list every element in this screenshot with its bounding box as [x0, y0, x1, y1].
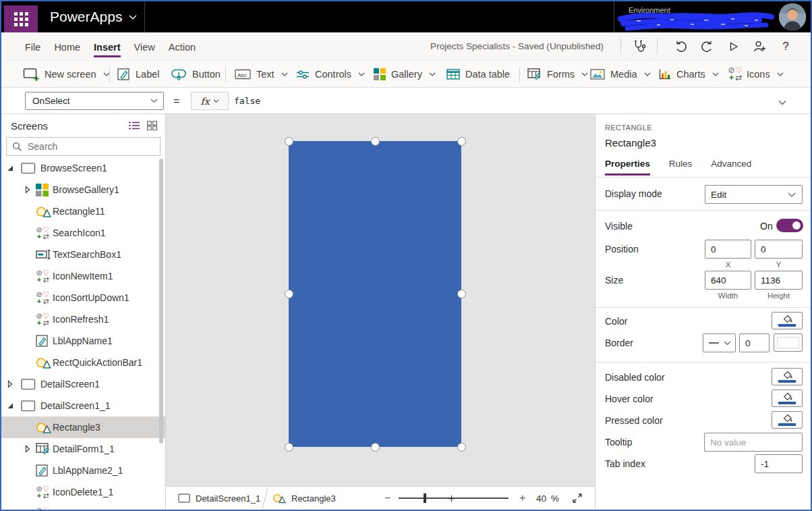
menu-file[interactable]: File [25, 41, 40, 53]
menu-action[interactable]: Action [169, 41, 196, 53]
visible-toggle[interactable] [776, 219, 803, 232]
media-button[interactable]: Media [590, 61, 651, 87]
tree-item[interactable]: ⊘♡+⇄ IconSortUpDown1 [1, 287, 165, 308]
display-mode-select[interactable]: Edit [705, 185, 803, 204]
search-input[interactable]: Search [6, 137, 161, 156]
tooltip-input[interactable]: No value [704, 433, 803, 452]
tree-view-icon[interactable] [128, 121, 140, 133]
collapsed-twisty-icon[interactable] [6, 380, 14, 388]
tree-item[interactable]: BrowseGallery1 [1, 179, 165, 200]
tab-properties[interactable]: Properties [605, 159, 650, 176]
menu-insert[interactable]: Insert [94, 36, 121, 57]
tree-item[interactable]: DetailScreen1_1 [1, 395, 165, 416]
scrollbar-thumb[interactable] [159, 159, 163, 443]
tree-item[interactable]: ⊘♡+⇄ SearchIcon1 [1, 222, 165, 244]
zoom-out-button[interactable]: − [384, 487, 390, 510]
charts-label: Charts [676, 69, 705, 80]
fx-selector[interactable]: fx [191, 92, 229, 110]
search-icon [12, 142, 22, 152]
collapsed-twisty-icon[interactable] [24, 445, 32, 453]
panel-separator2 [596, 210, 811, 211]
tab-rules[interactable]: Rules [669, 159, 693, 176]
controls-label: Controls [315, 69, 351, 80]
redo-icon[interactable] [698, 32, 716, 60]
tree-item[interactable]: ⊘♡+⇄ IconNewItem1 [1, 265, 165, 287]
resize-handle-nw[interactable] [285, 137, 293, 146]
expanded-twisty-icon[interactable] [6, 165, 14, 171]
screens-title: Screens [11, 120, 48, 132]
menubar: File Home Insert View Action Projects Sp… [1, 32, 811, 61]
zoom-slider-thumb[interactable] [424, 493, 426, 503]
canvas[interactable]: DetailScreen1_1 Rectangle3 − + 40 % [166, 114, 595, 510]
resize-handle-w[interactable] [285, 290, 293, 298]
tree-item[interactable]: BrowseScreen1 [1, 157, 165, 179]
tree-item[interactable]: TextSearchBox1 [1, 244, 165, 265]
formula-expand-chevron[interactable] [778, 96, 786, 108]
resize-handle-se[interactable] [457, 443, 466, 452]
forms-button[interactable]: Forms [527, 61, 588, 87]
resize-handle-s[interactable] [371, 443, 380, 452]
icons-button[interactable]: ⊘♡+⇄ Icons [728, 61, 784, 87]
tree-item-selected[interactable]: Rectangle3 [1, 416, 165, 438]
tree-item[interactable]: DetailScreen1 [1, 373, 165, 395]
label-button[interactable]: Label [117, 61, 159, 87]
tree-item[interactable]: DetailForm1_1 [1, 438, 165, 460]
share-icon[interactable] [751, 32, 768, 60]
tab-index-input[interactable]: -1 [755, 454, 803, 473]
tree-item[interactable]: Rectangle11 [1, 200, 165, 222]
disabled-color-button[interactable] [772, 368, 803, 385]
app-checker-icon[interactable] [630, 32, 647, 60]
tree-item[interactable]: ⊘♡+⇄ IconDelete1_1 [1, 481, 165, 503]
tab-advanced[interactable]: Advanced [711, 159, 751, 176]
expanded-twisty-icon[interactable] [6, 402, 14, 409]
user-avatar[interactable] [779, 3, 806, 30]
breadcrumb-screen[interactable]: DetailScreen1_1 [178, 487, 260, 510]
text-button[interactable]: Abc Text [235, 61, 288, 87]
tree-item[interactable]: ⊘♡+⇄ IconRefresh1 [1, 308, 165, 330]
color-picker-button[interactable] [772, 312, 803, 329]
tree-item[interactable]: ⊘♡+⇄ [1, 503, 165, 510]
screen-icon [178, 493, 190, 503]
property-selector[interactable]: OnSelect [25, 92, 164, 110]
resize-handle-ne[interactable] [457, 137, 466, 146]
svg-text:Abc: Abc [237, 72, 247, 78]
help-icon[interactable]: ? [777, 32, 794, 60]
grid-view-icon[interactable] [147, 121, 157, 133]
position-y-input[interactable]: 0 [755, 240, 803, 259]
size-width-input[interactable]: 640 [705, 271, 751, 290]
tree-item[interactable]: LblAppName2_1 [1, 460, 165, 481]
hover-color-label: Hover color [605, 394, 654, 404]
tree-item[interactable]: LblAppName1 [1, 330, 165, 352]
resize-handle-e[interactable] [457, 290, 466, 298]
play-icon[interactable] [725, 32, 743, 60]
zoom-in-button[interactable]: + [519, 487, 525, 510]
border-width-input[interactable]: 0 [739, 333, 770, 352]
hover-color-button[interactable] [772, 389, 803, 407]
undo-icon[interactable] [672, 32, 689, 60]
gallery-button[interactable]: Gallery [374, 61, 436, 87]
resize-handle-sw[interactable] [285, 443, 293, 452]
collapsed-twisty-icon[interactable] [24, 186, 32, 194]
menu-view[interactable]: View [134, 41, 155, 53]
button-button[interactable]: Button [171, 61, 221, 87]
position-x-input[interactable]: 0 [705, 240, 751, 259]
resize-handle-n[interactable] [371, 137, 380, 146]
formula-input[interactable]: false [234, 92, 260, 110]
border-style-select[interactable] [703, 333, 736, 352]
menu-home[interactable]: Home [54, 41, 80, 53]
data-table-button[interactable]: Data table [446, 61, 510, 87]
app-launcher-button[interactable] [4, 5, 38, 32]
breadcrumb-separator [260, 487, 270, 510]
tree-item[interactable]: RectQuickActionBar1 [1, 352, 165, 373]
controls-button[interactable]: Controls [296, 61, 365, 87]
rectangle3-shape[interactable] [289, 141, 461, 447]
app-title[interactable]: PowerApps [50, 1, 137, 32]
fullscreen-icon[interactable] [572, 493, 583, 506]
new-screen-button[interactable]: New screen [23, 61, 110, 87]
pressed-color-button[interactable] [772, 411, 803, 429]
border-color-button[interactable] [774, 333, 803, 352]
icons-label: Icons [747, 69, 770, 80]
size-height-input[interactable]: 1136 [755, 271, 803, 290]
breadcrumb-control[interactable]: Rectangle3 [272, 487, 336, 510]
charts-button[interactable]: Charts [659, 61, 719, 87]
